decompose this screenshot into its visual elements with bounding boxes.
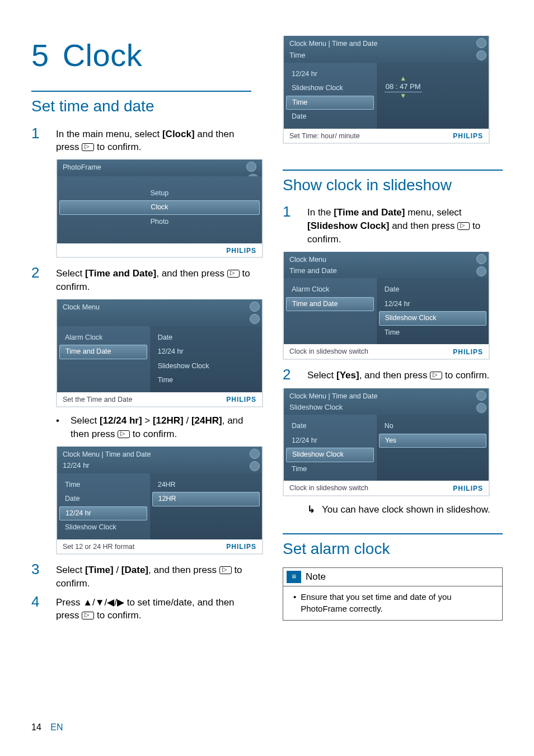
menu-item: Time <box>284 462 376 477</box>
menu-item: Date <box>377 283 489 297</box>
menu-item: 12/24 hr <box>284 67 376 82</box>
device-button-icon <box>250 449 260 459</box>
result-arrow-icon: ↳ <box>307 503 322 516</box>
step-number: 4 <box>31 594 56 623</box>
arrow-down-icon: ▼ <box>400 92 406 99</box>
step-1-right: 1 In the [Time and Date] menu, select [S… <box>283 204 503 246</box>
step-number: 2 <box>283 367 307 383</box>
step-text: Select [Yes], and then press to confirm. <box>307 367 503 383</box>
menu-item: Setup <box>57 186 262 201</box>
breadcrumb: PhotoFrame <box>63 163 256 173</box>
device-button-icon <box>476 50 486 60</box>
play-icon <box>118 430 130 438</box>
step-2: 2 Select [Time and Date], and then press… <box>31 265 251 294</box>
step-text: Select [Time and Date], and then press t… <box>56 265 251 294</box>
hint-text: Set 12 or 24 HR format <box>63 542 135 552</box>
play-icon <box>457 222 470 230</box>
step-number: 1 <box>283 204 307 246</box>
brand-logo: PHILIPS <box>226 542 256 552</box>
page-number: 14 <box>31 722 41 732</box>
menu-item: Slideshow Clock <box>284 81 376 96</box>
step-4: 4 Press ▲/▼/◀/▶ to set time/date, and th… <box>31 594 251 623</box>
play-icon <box>219 566 232 574</box>
time-picker: ▲ 08 : 47 PM ▼ <box>385 75 422 99</box>
section-show-clock-slideshow: Show clock in slideshow <box>283 170 503 196</box>
brand-logo: PHILIPS <box>453 348 483 357</box>
chapter-title: 5Clock <box>31 34 251 77</box>
breadcrumb: Slideshow Clock <box>289 402 483 412</box>
menu-item-selected: Time and Date <box>286 297 374 312</box>
device-button-icon <box>476 266 486 276</box>
section-set-alarm-clock: Set alarm clock <box>283 533 503 560</box>
breadcrumb: 12/24 hr <box>63 461 256 471</box>
menu-item: Photo <box>57 215 262 229</box>
menu-item: No <box>377 419 489 434</box>
menu-item-selected: Clock <box>59 200 260 215</box>
menu-item: Slideshow Clock <box>57 520 149 535</box>
device-button-icon <box>476 403 486 413</box>
device-button-icon <box>476 254 486 264</box>
device-button-icon <box>250 461 260 471</box>
step-2-right: 2 Select [Yes], and then press to confir… <box>283 367 503 383</box>
brand-logo: PHILIPS <box>453 484 483 494</box>
chapter-number: 5 <box>31 37 49 73</box>
brand-logo: PHILIPS <box>226 246 256 256</box>
menu-item: Time <box>377 326 489 340</box>
play-icon <box>82 612 94 619</box>
note-icon: ≡ <box>287 571 301 583</box>
substep-1224hr: • Select [12/24 hr] > [12HR] / [24HR], a… <box>56 414 251 441</box>
substep-text: Select [12/24 hr] > [12HR] / [24HR], and… <box>71 414 251 441</box>
screenshot-main-menu: PhotoFrame Setup Clock Photo PHILIPS <box>56 159 263 258</box>
menu-item-selected: 12/24 hr <box>59 506 147 521</box>
menu-item: Alarm Clock <box>57 331 149 345</box>
brand-logo: PHILIPS <box>453 132 483 141</box>
menu-item-selected: Yes <box>379 434 486 448</box>
menu-item-selected: 12HR <box>152 492 260 506</box>
menu-item: Time <box>57 478 149 492</box>
menu-item: Date <box>57 492 149 506</box>
note-body: Ensure that you set time and date of you… <box>301 591 495 614</box>
menu-item: Time <box>150 373 262 388</box>
screenshot-slideshow-clock-menu: Clock MenuTime and Date Alarm Clock Time… <box>283 252 490 360</box>
section-set-time-date: Set time and date <box>31 91 251 117</box>
menu-item: Date <box>284 110 376 124</box>
device-button-icon <box>250 314 260 324</box>
step-text: In the [Time and Date] menu, select [Sli… <box>307 204 503 246</box>
breadcrumb: Time and Date <box>289 266 483 276</box>
step-text: Press ▲/▼/◀/▶ to set time/date, and then… <box>56 594 251 623</box>
step-3: 3 Select [Time] / [Date], and then press… <box>31 561 251 590</box>
step-text: Select [Time] / [Date], and then press t… <box>56 561 251 590</box>
page-footer: 14 EN <box>31 721 63 734</box>
screenshot-1224hr: Clock Menu | Time and Date12/24 hr Time … <box>56 447 263 555</box>
menu-item: 12/24 hr <box>150 345 262 359</box>
result-text: You can have clock shown in slideshow. <box>322 503 490 516</box>
language-code: EN <box>50 722 63 732</box>
breadcrumb: Time <box>289 50 483 60</box>
device-button-icon <box>476 391 486 401</box>
menu-item: Date <box>150 331 262 345</box>
breadcrumb: Clock Menu <box>289 255 483 265</box>
note-title: Note <box>306 570 326 584</box>
note-box: ≡ Note • Ensure that you set time and da… <box>283 567 503 621</box>
breadcrumb: Clock Menu | Time and Date <box>63 450 256 460</box>
device-button-icon <box>476 38 486 48</box>
hint-text: Clock in slideshow switch <box>289 483 368 494</box>
breadcrumb: Clock Menu <box>63 303 256 313</box>
menu-item: Alarm Clock <box>284 283 376 297</box>
step-number: 3 <box>31 561 56 590</box>
breadcrumb: Clock Menu | Time and Date <box>289 392 483 402</box>
hint-text: Set the Time and Date <box>63 395 132 405</box>
step-number: 1 <box>31 125 56 154</box>
play-icon <box>227 270 240 278</box>
menu-item: 12/24 hr <box>377 297 489 312</box>
result-line: ↳ You can have clock shown in slideshow. <box>307 503 503 516</box>
step-text: In the main menu, select [Clock] and the… <box>56 125 251 154</box>
menu-item-selected: Slideshow Clock <box>286 448 374 462</box>
device-button-icon <box>250 302 260 312</box>
hint-text: Clock in slideshow switch <box>289 347 368 357</box>
bullet-icon: • <box>56 414 71 441</box>
time-value: 08 : 47 PM <box>385 82 422 92</box>
play-icon <box>430 372 442 379</box>
device-button-icon <box>246 162 256 172</box>
menu-item-selected: Time and Date <box>59 345 147 359</box>
